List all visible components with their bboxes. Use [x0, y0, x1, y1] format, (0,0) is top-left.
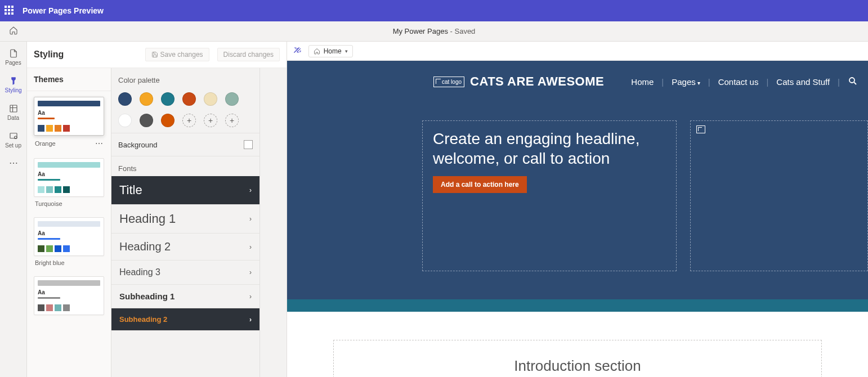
theme-card-gray[interactable]: Aa — [34, 276, 104, 315]
search-icon[interactable] — [848, 76, 858, 88]
app-launcher-icon[interactable] — [5, 6, 15, 16]
chevron-down-icon: ▾ — [345, 48, 348, 54]
divider-strip — [287, 299, 868, 312]
hero-headline[interactable]: Create an engaging headline, welcome, or… — [433, 129, 666, 168]
rail-data[interactable]: Data — [0, 100, 27, 124]
nav-links: Home | Pages | Contact us | Cats and Stu… — [631, 76, 858, 88]
palette-swatch[interactable] — [161, 114, 175, 127]
chevron-right-icon: › — [249, 215, 252, 223]
home-icon[interactable] — [9, 26, 18, 37]
theme-card-bright-blue[interactable]: Aa — [34, 217, 104, 256]
intro-section: Introduction section — [287, 312, 868, 377]
sub-header: My Power Pages - Saved — [0, 21, 868, 42]
rail-pages[interactable]: Pages — [0, 45, 27, 69]
theme-label: Bright blue — [35, 259, 65, 266]
chevron-right-icon: › — [249, 293, 252, 300]
nav-home[interactable]: Home — [631, 77, 654, 87]
nav-pages[interactable]: Pages — [672, 77, 700, 87]
theme-more-icon[interactable]: ⋯ — [95, 139, 103, 148]
palette-add[interactable]: + — [182, 114, 196, 127]
rail-more[interactable]: ⋯ — [9, 158, 18, 168]
canvas-toolbar: Home ▾ — [287, 42, 868, 61]
styling-panel: Styling Save changes Discard changes The… — [27, 42, 287, 377]
palette-swatch[interactable] — [118, 92, 132, 106]
nav-contact[interactable]: Contact us — [718, 77, 759, 87]
palette-swatch[interactable] — [118, 114, 132, 127]
app-title: Power Pages Preview — [23, 6, 104, 15]
palette-add[interactable]: + — [204, 114, 217, 127]
font-heading-3[interactable]: Heading 3 › — [111, 261, 259, 285]
background-checkbox[interactable] — [244, 140, 253, 149]
palette-swatch[interactable] — [204, 92, 217, 106]
intro-block[interactable]: Introduction section — [333, 340, 821, 377]
save-status: - Saved — [448, 27, 475, 35]
font-subheading-2[interactable]: Subheading 2 › — [111, 308, 259, 331]
canvas: Home ▾ cat logo CATS ARE AWESOME Home | … — [287, 42, 868, 377]
font-heading-1[interactable]: Heading 1 › — [111, 205, 259, 234]
chevron-right-icon: › — [249, 243, 252, 251]
palette-swatch[interactable] — [140, 92, 153, 106]
palette-add[interactable]: + — [225, 114, 239, 127]
fonts-title: Fonts — [111, 156, 259, 176]
hero-text-block[interactable]: Create an engaging headline, welcome, or… — [422, 120, 677, 271]
styling-header: Styling Save changes Discard changes — [27, 42, 287, 68]
theme-card-orange[interactable]: Aa — [34, 97, 104, 136]
background-row: Background — [111, 133, 259, 156]
document-name: My Power Pages — [393, 27, 448, 35]
theme-label: Turquoise — [35, 200, 62, 207]
brand-title: CATS ARE AWESOME — [470, 74, 604, 89]
svg-point-3 — [849, 78, 854, 83]
svg-rect-0 — [10, 105, 17, 112]
font-title[interactable]: Title › — [111, 176, 259, 205]
page-preview: cat logo CATS ARE AWESOME Home | Pages |… — [287, 61, 868, 377]
chevron-right-icon: › — [249, 316, 252, 324]
themes-column: Themes Aa Orange⋯ Aa — [27, 68, 111, 377]
svg-rect-1 — [10, 133, 17, 138]
themes-title: Themes — [27, 68, 111, 91]
brand-logo-placeholder: cat logo — [433, 77, 464, 87]
cta-button[interactable]: Add a call to action here — [433, 176, 527, 193]
rail-styling[interactable]: Styling — [0, 73, 27, 97]
document-title: My Power Pages - Saved — [0, 27, 868, 35]
resize-icon[interactable] — [293, 46, 303, 56]
styling-heading: Styling — [27, 42, 111, 68]
rail-setup[interactable]: Set up — [0, 128, 27, 152]
chevron-right-icon: › — [249, 186, 252, 194]
palette-swatch[interactable] — [140, 114, 153, 127]
background-label: Background — [118, 141, 157, 149]
color-palette-title: Color palette — [111, 68, 259, 90]
font-subheading-1[interactable]: Subheading 1 › — [111, 285, 259, 308]
nav-cats[interactable]: Cats and Stuff — [776, 77, 830, 87]
discard-changes-button[interactable]: Discard changes — [217, 48, 280, 61]
hero-section: cat logo CATS ARE AWESOME Home | Pages |… — [287, 61, 868, 312]
properties-column: Color palette + + + Background — [111, 68, 260, 377]
palette-swatch[interactable] — [225, 92, 239, 106]
chevron-right-icon: › — [249, 268, 252, 276]
save-changes-button[interactable]: Save changes — [145, 48, 209, 61]
broken-image-icon — [696, 125, 705, 133]
top-bar: Power Pages Preview — [0, 0, 868, 21]
font-heading-2[interactable]: Heading 2 › — [111, 234, 259, 261]
brand: cat logo CATS ARE AWESOME — [433, 74, 604, 89]
theme-label: Orange — [35, 140, 56, 147]
intro-title[interactable]: Introduction section — [514, 357, 641, 375]
color-palette: + + + — [111, 90, 259, 133]
breadcrumb-home[interactable]: Home ▾ — [308, 45, 353, 57]
hero-image-block[interactable] — [690, 120, 868, 271]
palette-swatch[interactable] — [161, 92, 175, 106]
site-navbar: cat logo CATS ARE AWESOME Home | Pages |… — [287, 74, 868, 89]
theme-card-turquoise[interactable]: Aa — [34, 158, 104, 197]
left-rail: Pages Styling Data Set up ⋯ — [0, 42, 27, 377]
palette-swatch[interactable] — [182, 92, 196, 106]
